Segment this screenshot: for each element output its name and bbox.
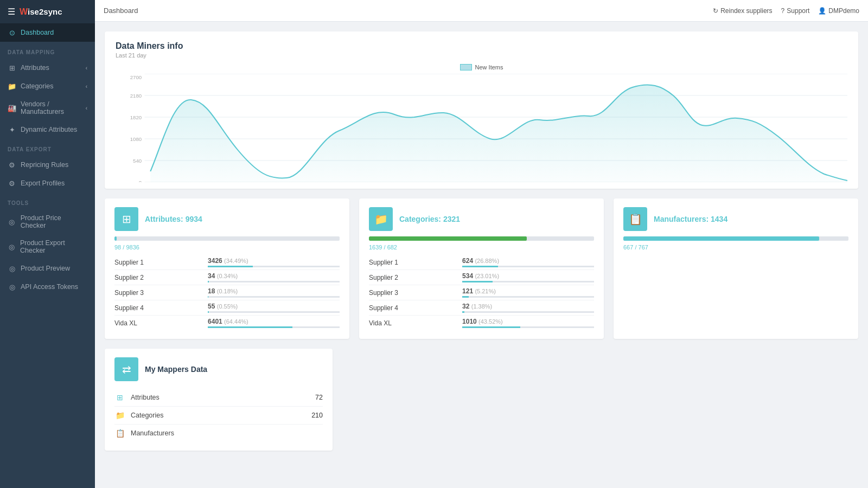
mapper-attributes-icon: ⊞ — [114, 393, 125, 402]
categories-stat-card: 📁 Categories: 2321 1639 / 682 Supplier 1… — [359, 198, 604, 339]
attributes-table: Supplier 13426 (34.49%) Supplier 234 (0.… — [114, 255, 340, 330]
main-content: Dashboard ↻ Reindex suppliers ? Support … — [95, 0, 868, 488]
dashboard-icon: ⊙ — [8, 28, 16, 37]
manufacturers-progress-bar — [623, 236, 848, 241]
svg-text:2700: 2700 — [130, 75, 142, 80]
logo-w: W — [20, 7, 28, 16]
support-link[interactable]: ? Support — [781, 7, 810, 15]
chart-svg: 0 540 1080 1820 2180 2700 — [116, 74, 847, 182]
attributes-stat-card: ⊞ Attributes: 9934 98 / 9836 Supplier 13… — [105, 198, 349, 339]
attributes-progress-bar — [114, 236, 340, 241]
mapper-manufacturers-icon: 📋 — [114, 429, 125, 438]
categories-table: Supplier 1624 (26.88%) Supplier 2534 (23… — [369, 255, 594, 330]
svg-text:2180: 2180 — [130, 93, 142, 99]
sidebar-item-product-price-checker[interactable]: ◎ Product Price Checker — [0, 209, 95, 234]
manufacturers-card-header: 📋 Manufacturers: 1434 — [623, 207, 848, 231]
export-profiles-icon: ⚙ — [8, 179, 16, 188]
legend-box — [460, 64, 472, 70]
mapper-categories-label: Categories — [131, 412, 306, 419]
mappers-header: ⇄ My Mappers Data — [114, 357, 323, 381]
mappers-title: My Mappers Data — [145, 365, 207, 374]
sidebar-item-product-preview[interactable]: ◎ Product Preview — [0, 259, 95, 278]
vendors-icon: 🏭 — [8, 104, 16, 112]
sidebar-item-attributes[interactable]: ⊞ Attributes ‹ — [0, 59, 95, 77]
mapper-row-manufacturers: 📋 Manufacturers — [114, 425, 323, 442]
content-area: Data Miners info Last 21 day New Items 0 — [95, 22, 868, 488]
sidebar-item-repricing-rules[interactable]: ⚙ Repricing Rules — [0, 156, 95, 174]
svg-text:1080: 1080 — [130, 137, 142, 142]
attributes-progress-fill — [114, 236, 117, 241]
manufacturers-progress-fill — [623, 236, 819, 241]
sidebar-item-vendors[interactable]: 🏭 Vendors / Manufacturers ‹ — [0, 95, 95, 120]
categories-stat-icon: 📁 — [369, 207, 393, 231]
attributes-icon: ⊞ — [8, 63, 16, 72]
categories-fraction: 1639 / 682 — [369, 244, 594, 251]
sidebar-item-dashboard[interactable]: ⊙ Dashboard — [0, 23, 95, 42]
support-icon: ? — [781, 7, 785, 15]
table-row: Vida XL6401 (64.44%) — [114, 316, 340, 331]
categories-arrow: ‹ — [86, 84, 87, 89]
sidebar-header: ☰ Wise2sync — [0, 0, 95, 23]
dynamic-attributes-icon: ✦ — [8, 125, 16, 134]
categories-icon: 📁 — [8, 82, 16, 91]
legend-label: New Items — [475, 64, 503, 70]
sidebar-item-product-export-checker[interactable]: ◎ Product Export Checker — [0, 234, 95, 259]
table-row: Supplier 318 (0.18%) — [114, 285, 340, 300]
attributes-arrow: ‹ — [86, 65, 87, 71]
sidebar: ☰ Wise2sync ⊙ Dashboard DATA MAPPING ⊞ A… — [0, 0, 95, 488]
sidebar-item-export-profiles[interactable]: ⚙ Export Profiles — [0, 174, 95, 192]
categories-progress-bar — [369, 236, 594, 241]
section-label-data-export: DATA EXPORT — [0, 139, 95, 156]
table-row: Supplier 2534 (23.01%) — [369, 270, 594, 285]
user-menu[interactable]: 👤 DMPdemo — [818, 7, 859, 15]
chart-title: Data Miners info — [116, 41, 847, 51]
categories-card-header: 📁 Categories: 2321 — [369, 207, 594, 231]
mapper-attributes-count: 72 — [315, 394, 323, 401]
chart-legend: New Items — [116, 64, 847, 70]
price-checker-icon: ◎ — [8, 217, 16, 226]
api-tokens-icon: ◎ — [8, 282, 16, 291]
user-icon: 👤 — [818, 7, 826, 15]
table-row: Supplier 432 (1.38%) — [369, 300, 594, 316]
section-label-tools: TooLS — [0, 192, 95, 209]
chart-card: Data Miners info Last 21 day New Items 0 — [105, 31, 858, 189]
categories-progress-fill — [369, 236, 527, 241]
mapper-row-attributes: ⊞ Attributes 72 — [114, 389, 323, 407]
sidebar-item-api-access-tokens[interactable]: ◎ API Access Tokens — [0, 278, 95, 296]
topbar: Dashboard ↻ Reindex suppliers ? Support … — [95, 0, 868, 22]
app-logo: Wise2sync — [20, 7, 62, 17]
mapper-categories-count: 210 — [311, 412, 323, 419]
hamburger-icon[interactable]: ☰ — [8, 7, 15, 17]
mapper-manufacturers-label: Manufacturers — [131, 429, 317, 437]
mappers-icon: ⇄ — [114, 357, 138, 381]
logo-rest: ise2sync — [28, 7, 62, 16]
reindex-suppliers-button[interactable]: ↻ Reindex suppliers — [713, 7, 772, 15]
mapper-categories-icon: 📁 — [114, 411, 125, 420]
topbar-right: ↻ Reindex suppliers ? Support 👤 DMPdemo — [713, 7, 859, 15]
svg-text:1820: 1820 — [130, 115, 142, 120]
attributes-card-header: ⊞ Attributes: 9934 — [114, 207, 340, 231]
manufacturers-fraction: 667 / 767 — [623, 244, 848, 251]
table-row: Supplier 455 (0.55%) — [114, 300, 340, 316]
manufacturers-stat-icon: 📋 — [623, 207, 647, 231]
chart-container: 0 540 1080 1820 2180 2700 — [116, 74, 847, 182]
mapper-attributes-label: Attributes — [131, 394, 310, 401]
svg-text:0: 0 — [139, 180, 142, 182]
product-preview-icon: ◎ — [8, 264, 16, 273]
attributes-stat-icon: ⊞ — [114, 207, 138, 231]
attributes-fraction: 98 / 9836 — [114, 244, 340, 251]
sidebar-item-categories[interactable]: 📁 Categories ‹ — [0, 77, 95, 95]
section-label-data-mapping: DATA MAPPING — [0, 42, 95, 59]
export-checker-icon: ◎ — [8, 242, 16, 251]
manufacturers-stat-card: 📋 Manufacturers: 1434 667 / 767 — [614, 198, 858, 339]
table-row: Supplier 3121 (5.21%) — [369, 285, 594, 300]
table-row: Supplier 13426 (34.49%) — [114, 255, 340, 270]
reindex-icon: ↻ — [713, 7, 718, 15]
table-row: Vida XL1010 (43.52%) — [369, 316, 594, 331]
table-row: Supplier 1624 (26.88%) — [369, 255, 594, 270]
mappers-card: ⇄ My Mappers Data ⊞ Attributes 72 📁 Cate… — [105, 349, 333, 451]
sidebar-item-dynamic-attributes[interactable]: ✦ Dynamic Attributes — [0, 120, 95, 139]
svg-text:540: 540 — [133, 158, 142, 164]
attributes-stat-title: Attributes: 9934 — [145, 215, 202, 223]
table-row: Supplier 234 (0.34%) — [114, 270, 340, 285]
